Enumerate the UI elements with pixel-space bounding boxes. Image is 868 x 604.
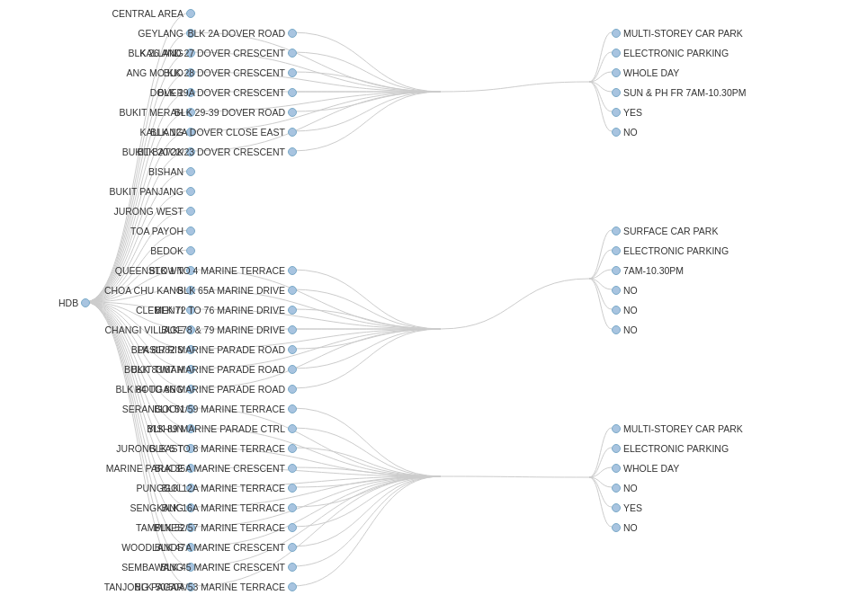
tree-node: YES bbox=[612, 107, 642, 118]
tree-node: BLK 72 TO 76 MARINE DRIVE bbox=[155, 305, 297, 315]
node-circle bbox=[186, 9, 195, 18]
node-circle bbox=[288, 147, 297, 156]
node-label: BLK 19A DOVER CRESCENT bbox=[157, 87, 285, 98]
tree-node: BLK 51/59 MARINE TERRACE bbox=[154, 404, 297, 414]
tree-node: BLK 28 DOVER CRESCENT bbox=[164, 67, 297, 78]
node-label: SUN & PH FR 7AM-10.30PM bbox=[623, 87, 747, 98]
tree-node: MULTI-STOREY CAR PARK bbox=[612, 28, 743, 39]
tree-node: BLK 29-39 DOVER ROAD bbox=[174, 107, 297, 118]
node-circle bbox=[288, 108, 297, 117]
tree-node: BLK 35A MARINE CRESCENT bbox=[155, 463, 297, 474]
node-label: BLK 51/59 MARINE TERRACE bbox=[154, 404, 285, 414]
tree-node: BLK 12A MARINE TERRACE bbox=[161, 483, 297, 493]
node-label: BUKIT PANJANG bbox=[110, 186, 183, 197]
node-circle bbox=[186, 226, 195, 235]
node-label: ELECTRONIC PARKING bbox=[623, 443, 729, 454]
tree-node: TOA PAYOH bbox=[130, 226, 195, 236]
node-label: CHOA CHU KANG bbox=[104, 285, 183, 296]
node-label: ELECTRONIC PARKING bbox=[623, 245, 729, 256]
node-label: JURONG WEST bbox=[113, 206, 183, 217]
tree-node: NO bbox=[612, 285, 638, 296]
node-label: SURFACE CAR PARK bbox=[623, 226, 718, 236]
node-circle bbox=[612, 266, 621, 275]
node-label: 7AM-10.30PM bbox=[623, 265, 684, 276]
tree-node: WHOLE DAY bbox=[612, 67, 679, 78]
node-circle bbox=[612, 503, 621, 512]
node-label: BLK 20/22/23 DOVER CRESCENT bbox=[137, 147, 285, 157]
node-label: BLK 81/82 MARINE PARADE ROAD bbox=[131, 344, 285, 355]
node-label: BLK 65A MARINE DRIVE bbox=[177, 285, 285, 296]
tree-node: SURFACE CAR PARK bbox=[612, 226, 718, 236]
node-circle bbox=[288, 444, 297, 453]
tree-node: NO bbox=[612, 324, 638, 335]
node-circle bbox=[288, 306, 297, 315]
tree-node: ELECTRONIC PARKING bbox=[612, 245, 729, 256]
node-label: GEYLANG bbox=[138, 28, 183, 39]
node-circle bbox=[288, 385, 297, 394]
node-circle bbox=[612, 306, 621, 315]
node-circle bbox=[288, 563, 297, 572]
tree-node: BLK 26 AND 27 DOVER CRESCENT bbox=[129, 48, 297, 58]
node-circle bbox=[186, 207, 195, 216]
node-label: ELECTRONIC PARKING bbox=[623, 48, 729, 58]
node-circle bbox=[612, 464, 621, 473]
node-circle bbox=[612, 444, 621, 453]
node-circle bbox=[288, 464, 297, 473]
node-circle bbox=[288, 266, 297, 275]
node-circle bbox=[186, 167, 195, 176]
node-label: BLK 35A MARINE CRESCENT bbox=[155, 463, 285, 474]
node-circle bbox=[288, 424, 297, 433]
node-label: NO bbox=[623, 127, 638, 138]
tree-node: NO bbox=[612, 522, 638, 533]
node-label: MULTI-STOREY CAR PARK bbox=[623, 423, 743, 434]
tree-node: BLK 45 MARINE CRESCENT bbox=[160, 562, 297, 573]
node-label: BLK 1 TO 4 MARINE TERRACE bbox=[149, 265, 285, 276]
node-circle bbox=[288, 49, 297, 58]
node-circle bbox=[288, 582, 297, 591]
tree-node: WHOLE DAY bbox=[612, 463, 679, 474]
node-label: NO bbox=[623, 305, 638, 315]
node-label: BLK 84 TO 86 MARINE PARADE ROAD bbox=[116, 384, 285, 395]
tree-node: BLK 84 TO 86 MARINE PARADE ROAD bbox=[116, 384, 297, 395]
node-circle bbox=[612, 226, 621, 235]
node-circle bbox=[612, 286, 621, 295]
node-label: WHOLE DAY bbox=[623, 463, 679, 474]
node-circle bbox=[288, 68, 297, 77]
tree-node: BLK 5 TO 8 MARINE TERRACE bbox=[149, 443, 297, 454]
tree-node: BLK 52/57 MARINE TERRACE bbox=[154, 522, 297, 533]
node-label: BEDOK bbox=[150, 245, 183, 256]
tree-node: NO bbox=[612, 127, 638, 138]
node-circle bbox=[612, 108, 621, 117]
node-circle bbox=[288, 543, 297, 552]
node-label: NO bbox=[623, 324, 638, 335]
tree-node: BLK 78 & 79 MARINE DRIVE bbox=[161, 324, 297, 335]
node-circle bbox=[612, 424, 621, 433]
node-label: BLK 45 MARINE CRESCENT bbox=[160, 562, 285, 573]
node-circle bbox=[288, 404, 297, 413]
tree-node: JURONG WEST bbox=[113, 206, 195, 217]
tree-node: MULTI-STOREY CAR PARK bbox=[612, 423, 743, 434]
node-circle bbox=[288, 345, 297, 354]
node-circle bbox=[288, 325, 297, 334]
node-circle bbox=[612, 523, 621, 532]
root-node: HDB bbox=[58, 298, 90, 308]
tree-node: BLK 50/50A/53 MARINE TERRACE bbox=[135, 582, 297, 592]
tree-node: ELECTRONIC PARKING bbox=[612, 48, 729, 58]
node-label: BLK 29-39 DOVER ROAD bbox=[174, 107, 285, 118]
tree-node: BISHAN bbox=[148, 166, 195, 177]
node-label: NO bbox=[623, 522, 638, 533]
node-label: BLK 26 AND 27 DOVER CRESCENT bbox=[129, 48, 285, 58]
tree-node: CENTRAL AREA bbox=[112, 8, 195, 19]
node-label: BLK 72 TO 76 MARINE DRIVE bbox=[155, 305, 285, 315]
node-label: BLK 16A MARINE TERRACE bbox=[161, 502, 285, 513]
tree-node: GEYLANG bbox=[138, 28, 195, 39]
tree-container: HDBCENTRAL AREAGEYLANGKALLANGANG MO KIOD… bbox=[0, 0, 868, 604]
node-circle bbox=[288, 365, 297, 374]
tree-node: BLK 19A DOVER CRESCENT bbox=[157, 87, 297, 98]
node-label: MULTI-STOREY CAR PARK bbox=[623, 28, 743, 39]
node-label: YES bbox=[623, 502, 642, 513]
tree-node: BLK 83/87 MARINE PARADE ROAD bbox=[131, 364, 297, 375]
tree-node: 7AM-10.30PM bbox=[612, 265, 684, 276]
node-circle bbox=[288, 128, 297, 137]
node-circle bbox=[288, 29, 297, 38]
